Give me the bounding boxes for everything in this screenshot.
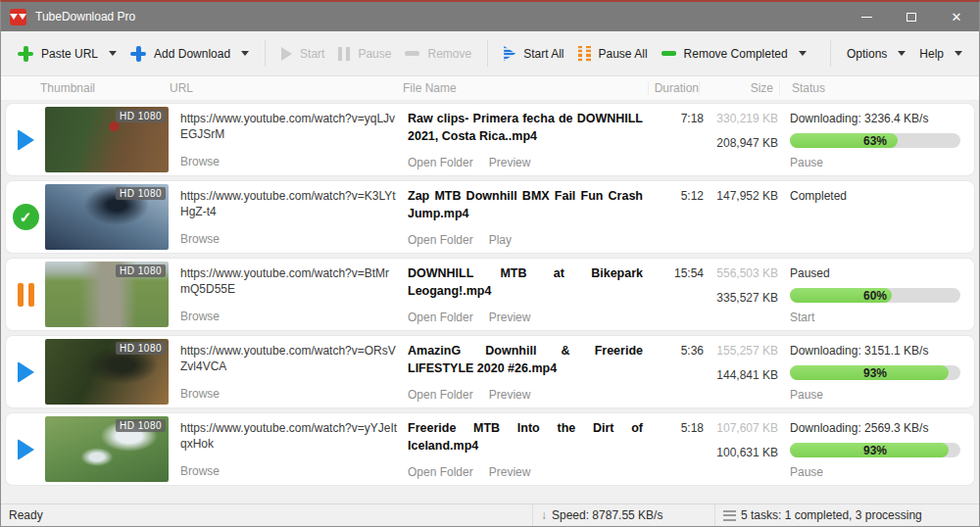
pause-all-icon — [578, 46, 591, 62]
header-status[interactable]: Status — [779, 81, 979, 95]
remove-completed-button[interactable]: Remove Completed — [655, 41, 813, 67]
start-button[interactable]: Start — [274, 41, 331, 67]
pause-label: Pause — [358, 47, 391, 61]
options-button[interactable]: Options — [840, 41, 912, 67]
play-link[interactable]: Play — [489, 233, 512, 247]
paused-icon — [18, 283, 34, 307]
download-row[interactable]: HD 1080 https://www.youtube.com/watch?v=… — [5, 335, 975, 408]
file-name: DOWNHILL MTB at Bikepark Leogang!.mp4 — [408, 265, 643, 300]
duration: 15:54 — [653, 262, 704, 327]
toolbar-right: Options Help — [821, 40, 969, 67]
help-button[interactable]: Help — [912, 41, 969, 67]
paste-url-label: Paste URL — [41, 47, 98, 61]
chevron-down-icon[interactable] — [799, 51, 807, 56]
app-icon — [10, 9, 26, 25]
open-folder-link[interactable]: Open Folder — [408, 233, 473, 247]
url-cell: https://www.youtube.com/watch?v=yqLJvEGJ… — [174, 107, 408, 172]
pause-all-button[interactable]: Pause All — [571, 40, 655, 68]
header-size[interactable]: Size — [699, 81, 773, 95]
title-bar: TubeDownload Pro ✕ — [1, 2, 979, 31]
chevron-down-icon — [898, 51, 906, 56]
start-action-link[interactable]: Start — [790, 311, 960, 324]
video-url: https://www.youtube.com/watch?v=yqLJvEGJ… — [180, 111, 398, 142]
browse-link[interactable]: Browse — [180, 386, 398, 402]
start-all-label: Start All — [523, 47, 564, 61]
video-url: https://www.youtube.com/watch?v=ORsVZvl4… — [180, 343, 398, 374]
duration: 5:18 — [653, 416, 704, 482]
url-cell: https://www.youtube.com/watch?v=yYJeItqx… — [174, 416, 408, 482]
preview-link[interactable]: Preview — [489, 388, 531, 402]
close-button[interactable]: ✕ — [934, 2, 979, 31]
browse-link[interactable]: Browse — [180, 309, 398, 324]
download-row[interactable]: HD 1080 https://www.youtube.com/watch?v=… — [5, 103, 975, 176]
remove-button[interactable]: Remove — [398, 41, 478, 67]
row-state: ✓ — [6, 184, 45, 250]
hd-badge: HD 1080 — [116, 187, 166, 200]
header-file-name[interactable]: File Name — [403, 81, 648, 95]
tasks-list-icon — [723, 510, 736, 521]
maximize-icon — [906, 13, 916, 22]
open-folder-link[interactable]: Open Folder — [408, 311, 473, 324]
hd-badge: HD 1080 — [116, 264, 166, 277]
add-download-button[interactable]: Add Download — [123, 40, 256, 68]
toolbar-separator — [487, 40, 488, 67]
paste-url-button[interactable]: Paste URL — [11, 40, 123, 68]
name-cell: Raw clips- Primera fecha de DOWNHILL 202… — [408, 107, 653, 172]
browse-link[interactable]: Browse — [180, 154, 398, 169]
window-title: TubeDownload Pro — [35, 10, 135, 24]
video-url: https://www.youtube.com/watch?v=yYJeItqx… — [180, 420, 398, 452]
open-folder-link[interactable]: Open Folder — [408, 156, 473, 169]
thumbnail-cell: HD 1080 — [45, 107, 174, 172]
preview-link[interactable]: Preview — [489, 156, 531, 169]
download-list: HD 1080 https://www.youtube.com/watch?v=… — [1, 101, 979, 503]
video-url: https://www.youtube.com/watch?v=K3LYtHgZ… — [180, 188, 398, 219]
open-folder-link[interactable]: Open Folder — [408, 465, 473, 479]
pause-action-link[interactable]: Pause — [790, 388, 960, 402]
browse-link[interactable]: Browse — [180, 463, 398, 479]
pause-action-link[interactable]: Pause — [790, 465, 960, 479]
minus-icon — [662, 51, 676, 56]
video-url: https://www.youtube.com/watch?v=BtMrmQ5D… — [180, 265, 398, 297]
open-folder-link[interactable]: Open Folder — [408, 388, 473, 402]
maximize-button[interactable] — [889, 2, 934, 31]
add-download-label: Add Download — [154, 47, 230, 61]
download-row[interactable]: ✓ HD 1080 https://www.youtube.com/watch?… — [5, 180, 975, 254]
chevron-down-icon[interactable] — [241, 51, 249, 56]
app-window: TubeDownload Pro ✕ Paste URL Add Downloa… — [0, 0, 980, 527]
minimize-button[interactable] — [844, 2, 889, 31]
remove-label: Remove — [427, 47, 471, 61]
start-all-button[interactable]: Start All — [497, 40, 570, 67]
pause-button[interactable]: Pause — [331, 41, 398, 67]
preview-link[interactable]: Preview — [489, 465, 531, 479]
header-url[interactable]: URL — [170, 81, 403, 95]
preview-link[interactable]: Preview — [489, 311, 531, 324]
remove-completed-label: Remove Completed — [684, 47, 788, 61]
header-thumbnail[interactable]: Thumbnail — [40, 81, 170, 95]
header-duration[interactable]: Duration — [648, 81, 699, 95]
size-downloaded: 100,631 KB — [704, 446, 778, 459]
pause-action-link[interactable]: Pause — [790, 156, 960, 169]
url-cell: https://www.youtube.com/watch?v=K3LYtHgZ… — [174, 184, 408, 250]
size-total: 155,257 KB — [704, 344, 778, 358]
tasks-group: 5 tasks: 1 completed, 3 processing — [714, 504, 971, 526]
downloading-icon — [18, 129, 34, 151]
duration: 5:36 — [653, 339, 704, 405]
options-label: Options — [847, 47, 887, 61]
status-cell: Downloading: 3236.4 KB/s 63% Pause — [778, 107, 974, 172]
close-icon: ✕ — [952, 11, 962, 24]
download-row[interactable]: HD 1080 https://www.youtube.com/watch?v=… — [5, 258, 975, 331]
file-name: AmazinG Downhill & Freeride LIFESTYLE 20… — [408, 343, 643, 377]
thumbnail-cell: HD 1080 — [45, 416, 174, 482]
download-row[interactable]: HD 1080 https://www.youtube.com/watch?v=… — [5, 412, 975, 486]
play-icon — [281, 47, 292, 61]
size-downloaded: 208,947 KB — [704, 136, 778, 150]
size-cell: 147,952 KB — [704, 184, 778, 250]
url-cell: https://www.youtube.com/watch?v=BtMrmQ5D… — [174, 262, 408, 327]
duration: 5:12 — [653, 184, 704, 250]
size-total: 556,503 KB — [704, 266, 778, 280]
status-text: Completed — [790, 189, 960, 203]
name-cell: DOWNHILL MTB at Bikepark Leogang!.mp4 Op… — [408, 262, 653, 327]
browse-link[interactable]: Browse — [180, 231, 398, 247]
chevron-down-icon[interactable] — [109, 51, 117, 56]
downloading-icon — [18, 439, 34, 460]
